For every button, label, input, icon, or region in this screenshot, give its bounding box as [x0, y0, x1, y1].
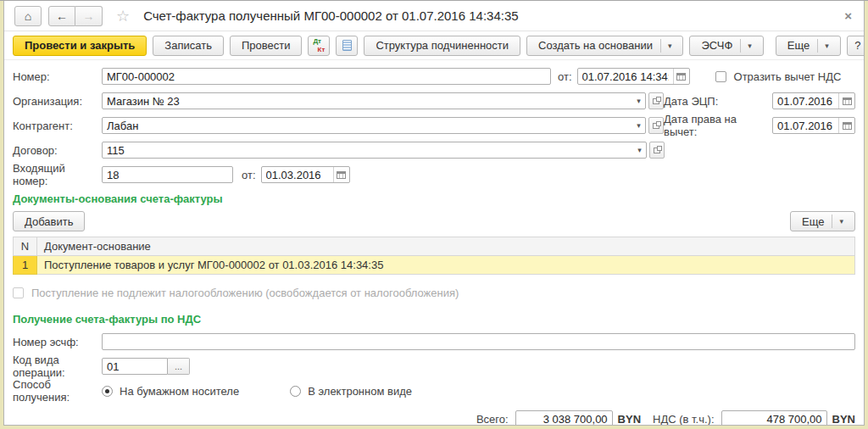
- counterparty-input[interactable]: [103, 118, 632, 133]
- home-button[interactable]: ⌂: [14, 6, 42, 26]
- history-nav: ← →: [48, 6, 103, 26]
- debit-credit-icon: ДтКт: [313, 38, 325, 53]
- open-icon: [653, 98, 659, 104]
- organization-input[interactable]: [103, 93, 632, 109]
- deduction-right-date-field: [772, 117, 855, 134]
- chevron-down-icon[interactable]: ▾: [632, 121, 645, 130]
- operation-code-label: Код вида операции:: [13, 354, 102, 379]
- home-icon: ⌂: [25, 9, 31, 23]
- page-title: Счет-фактура полученный МГ00-000002 от 0…: [143, 8, 518, 23]
- table-header-row: N Документ-основание: [14, 237, 855, 256]
- organization-row: Организация: ▾ Дата ЭЦП:: [13, 92, 855, 110]
- subordination-structure-button[interactable]: Структура подчиненности: [364, 36, 520, 56]
- electronic-radio-label: В электронном виде: [308, 385, 412, 398]
- counterparty-open-button[interactable]: [648, 117, 664, 134]
- total-input[interactable]: [515, 410, 613, 426]
- post-and-close-button[interactable]: Провести и закрыть: [13, 36, 147, 56]
- column-header-n[interactable]: N: [14, 237, 37, 256]
- total-currency: BYN: [618, 413, 641, 426]
- close-icon[interactable]: ×: [843, 8, 854, 23]
- post-and-close-label: Провести и закрыть: [25, 39, 135, 52]
- deduction-right-date-input[interactable]: [773, 118, 838, 133]
- toolbar: Провести и закрыть Записать Провести ДтК…: [4, 31, 864, 60]
- incoming-number-input[interactable]: [102, 166, 233, 183]
- document-register-button[interactable]: [336, 36, 358, 56]
- calendar-button[interactable]: [673, 69, 689, 84]
- contract-input[interactable]: [103, 142, 633, 158]
- create-based-on-label: Создать на основании: [538, 39, 653, 52]
- vat-total-label: НДС (в т.ч.):: [653, 413, 715, 426]
- chevron-down-icon[interactable]: ▾: [633, 146, 646, 154]
- signature-date-cluster: Дата ЭЦП:: [664, 92, 855, 109]
- vat-total-input[interactable]: [721, 410, 827, 426]
- vat-receipt-section-title: Получение счета-фактуры по НДС: [13, 313, 855, 326]
- column-header-document[interactable]: Документ-основание: [37, 237, 855, 256]
- add-button[interactable]: Добавить: [13, 211, 85, 231]
- incoming-date-from-label: от:: [242, 169, 256, 181]
- contract-open-button[interactable]: [649, 142, 665, 159]
- operation-code-select-button[interactable]: ...: [168, 358, 190, 375]
- eschf-number-row: Номер эсчф:: [13, 332, 855, 351]
- favorite-star-icon[interactable]: ☆: [116, 7, 130, 25]
- chevron-down-icon: ▾: [817, 39, 829, 53]
- eschf-number-input[interactable]: [102, 333, 855, 350]
- organization-open-button[interactable]: [648, 92, 664, 109]
- base-documents-section-title: Документы-основания счета-фактуры: [13, 192, 855, 205]
- eschf-button[interactable]: ЭСЧФ ▾: [689, 36, 763, 56]
- help-icon: ?: [854, 39, 860, 52]
- back-button[interactable]: ←: [48, 6, 75, 26]
- date-from-label: от:: [558, 70, 572, 83]
- base-documents-commands: Добавить Еще ▾: [13, 212, 855, 231]
- organization-field: ▾: [102, 92, 646, 109]
- exempt-label: Поступление не подлежит налогообложению …: [31, 287, 459, 299]
- incoming-date-input[interactable]: [262, 167, 333, 182]
- post-button[interactable]: Провести: [230, 36, 303, 56]
- row-document-cell[interactable]: Поступление товаров и услуг МГ00-000002 …: [37, 256, 855, 275]
- exempt-checkbox[interactable]: [13, 287, 24, 298]
- contract-label: Договор:: [13, 144, 102, 157]
- show-postings-button[interactable]: ДтКт: [308, 36, 330, 56]
- write-button[interactable]: Записать: [153, 36, 224, 56]
- calendar-button[interactable]: [838, 93, 854, 109]
- paper-radio[interactable]: [102, 386, 113, 397]
- total-label: Всего:: [476, 413, 509, 426]
- calendar-icon: [337, 171, 346, 179]
- open-icon: [654, 148, 660, 153]
- operation-code-row: Код вида операции: ...: [13, 357, 855, 376]
- number-input[interactable]: [102, 68, 551, 85]
- counterparty-label: Контрагент:: [13, 120, 102, 132]
- eschf-number-label: Номер эсчф:: [13, 336, 102, 348]
- receipt-method-row: Способ получения: На бумажном носителе В…: [13, 382, 855, 400]
- calendar-button[interactable]: [333, 167, 349, 182]
- chevron-down-icon[interactable]: ▾: [632, 97, 645, 105]
- calendar-button[interactable]: [838, 118, 854, 133]
- document-window: ⌂ ← → ☆ Счет-фактура полученный МГ00-000…: [3, 1, 865, 426]
- signature-date-label: Дата ЭЦП:: [664, 95, 772, 108]
- exempt-row: Поступление не подлежит налогообложению …: [13, 283, 855, 302]
- row-number-cell[interactable]: 1: [14, 256, 37, 275]
- more-button[interactable]: Еще ▾: [776, 36, 841, 56]
- help-button[interactable]: ?: [847, 36, 865, 56]
- subordination-label: Структура подчиненности: [376, 39, 509, 52]
- chevron-down-icon: ▾: [740, 39, 752, 53]
- create-based-on-button[interactable]: Создать на основании ▾: [526, 36, 683, 56]
- calendar-icon: [843, 98, 852, 105]
- contract-field: ▾: [102, 142, 647, 159]
- vat-currency: BYN: [832, 413, 855, 426]
- forward-icon: →: [83, 9, 95, 23]
- signature-date-input[interactable]: [773, 93, 838, 109]
- add-label: Добавить: [25, 215, 73, 228]
- deduction-right-date-label: Дата права на вычет:: [664, 113, 772, 138]
- forward-button[interactable]: →: [75, 6, 103, 26]
- table-row[interactable]: 1 Поступление товаров и услуг МГ00-00000…: [14, 256, 855, 275]
- electronic-radio[interactable]: [290, 386, 301, 397]
- post-label: Провести: [242, 39, 291, 52]
- reflect-vat-checkbox[interactable]: [715, 71, 726, 82]
- paper-radio-label: На бумажном носителе: [120, 385, 239, 398]
- table-more-label: Еще: [802, 215, 824, 228]
- calendar-icon: [843, 122, 852, 130]
- table-more-button[interactable]: Еще ▾: [790, 211, 855, 231]
- document-date-input[interactable]: [578, 69, 673, 84]
- write-label: Записать: [164, 39, 212, 52]
- operation-code-input[interactable]: [102, 358, 168, 375]
